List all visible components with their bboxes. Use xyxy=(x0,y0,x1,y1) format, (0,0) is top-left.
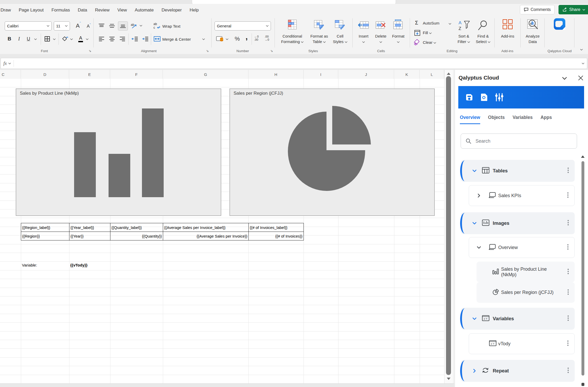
clear-button[interactable]: Clear xyxy=(423,40,436,45)
borders-button[interactable] xyxy=(43,35,51,43)
decrease-decimal-button[interactable]: .00 →0 xyxy=(265,35,269,41)
grid-scrollbar-thumb[interactable] xyxy=(446,76,451,375)
insert-cells-button[interactable]: Insert xyxy=(357,33,370,44)
italic-button[interactable]: I xyxy=(16,35,22,43)
chevron-right-icon[interactable] xyxy=(477,194,481,198)
orientation-button[interactable]: ab xyxy=(130,22,139,30)
font-name-select[interactable]: Calibri xyxy=(5,21,52,31)
align-bottom-button[interactable] xyxy=(118,21,128,31)
search-box[interactable] xyxy=(461,134,577,149)
ribbon-tab-review[interactable]: Review xyxy=(91,8,114,13)
accounting-format-button[interactable] xyxy=(216,35,224,43)
align-right-button[interactable] xyxy=(118,35,127,43)
shrink-font-button[interactable]: Aˇ xyxy=(84,22,93,31)
chevron-right-icon[interactable] xyxy=(472,369,477,373)
wrap-text-button[interactable]: Wrap Text xyxy=(162,24,180,29)
qalyptus-cloud-button[interactable] xyxy=(552,17,567,31)
column-header-E[interactable]: E xyxy=(69,70,110,79)
ribbon-tab-draw[interactable]: Draw xyxy=(0,8,15,13)
kebab-menu-icon[interactable] xyxy=(567,220,569,227)
fx-chevron-icon[interactable] xyxy=(8,63,11,64)
autosum-chevron[interactable] xyxy=(448,21,452,26)
scroll-down-arrow-icon[interactable] xyxy=(447,378,450,380)
task-pane-close-button[interactable] xyxy=(578,75,584,82)
chevron-down-icon[interactable] xyxy=(477,245,481,250)
table-cell[interactable]: {{Region_label}} xyxy=(21,223,69,232)
tree-section-variables[interactable]: x=Variables xyxy=(461,308,575,330)
pane-scroll-up-arrow-icon[interactable] xyxy=(581,155,585,158)
pane-tab-apps[interactable]: Apps xyxy=(541,115,552,124)
tree-item-sales-by-product-line-nkmp-[interactable]: Sales by Product Line (NkMp) xyxy=(477,262,575,282)
table-cell[interactable]: {{Year}} xyxy=(69,232,110,240)
table-cell[interactable]: {{# of Invoices_label}} xyxy=(248,223,304,232)
formula-bar[interactable]: fx xyxy=(1,58,587,69)
chevron-down-icon[interactable] xyxy=(472,221,477,226)
ribbon-tab-developer[interactable]: Developer xyxy=(158,8,186,13)
merge-center-chevron[interactable] xyxy=(201,37,206,42)
align-top-button[interactable] xyxy=(97,22,106,30)
pane-scrollbar-thumb[interactable] xyxy=(581,161,584,376)
tree-section-images[interactable]: Images xyxy=(461,212,575,234)
ribbon-tab-automate[interactable]: Automate xyxy=(131,8,158,13)
kebab-menu-icon[interactable] xyxy=(567,340,569,347)
add-ins-button[interactable]: Add-ins xyxy=(500,33,516,39)
percent-style-button[interactable]: % xyxy=(233,34,242,43)
grow-font-button[interactable]: Aˆ xyxy=(73,21,84,31)
column-header-C[interactable]: C xyxy=(0,70,21,79)
font-dialog-launcher[interactable]: ⇘ xyxy=(89,49,91,53)
column-header-J[interactable]: J xyxy=(338,70,394,79)
table-cell[interactable]: {{Year_label}} xyxy=(69,223,110,232)
align-middle-button[interactable] xyxy=(108,22,116,30)
table-cell[interactable]: {{Region}} xyxy=(21,232,69,240)
pane-tab-objects[interactable]: Objects xyxy=(488,115,505,124)
chart-object-bar[interactable]: Sales by Product Line (NkMp) xyxy=(16,89,221,216)
save-icon[interactable] xyxy=(465,93,473,101)
cell-styles-button[interactable]: CellStyles xyxy=(330,33,350,44)
column-headers[interactable]: CDEFGHIJKL xyxy=(0,70,444,79)
format-cells-button[interactable]: Format xyxy=(391,33,405,44)
pane-tab-overview[interactable]: Overview xyxy=(460,115,480,124)
orientation-chevron[interactable] xyxy=(139,23,143,28)
tree-item-sales-per-region-jcfjj-[interactable]: Sales per Region (jCFJJ) xyxy=(477,282,575,303)
column-header-I[interactable]: I xyxy=(304,70,338,79)
bold-button[interactable]: B xyxy=(6,35,13,43)
search-input[interactable] xyxy=(475,138,565,144)
column-header-D[interactable]: D xyxy=(21,70,69,79)
kebab-menu-icon[interactable] xyxy=(567,315,569,322)
decrease-indent-button[interactable] xyxy=(130,35,139,43)
ribbon-tab-data[interactable]: Data xyxy=(74,8,91,13)
variable-value-cell[interactable]: {{vTody}} xyxy=(69,261,110,269)
ribbon-tab-formulas[interactable]: Formulas xyxy=(47,8,74,13)
comma-style-button[interactable]: , xyxy=(243,32,250,41)
document-search-icon[interactable] xyxy=(480,93,488,101)
fill-color-chevron[interactable] xyxy=(69,37,74,42)
number-dialog-launcher[interactable]: ⇘ xyxy=(270,49,273,53)
analyze-data-button[interactable]: AnalyzeData xyxy=(524,33,541,44)
underline-button[interactable]: U xyxy=(25,35,32,43)
task-pane-collapse-chevron[interactable] xyxy=(563,76,566,80)
collapse-ribbon-chevron[interactable] xyxy=(578,47,585,52)
column-header-L[interactable]: L xyxy=(420,70,444,79)
ribbon-tab-view[interactable]: View xyxy=(114,8,131,13)
kebab-menu-icon[interactable] xyxy=(567,268,569,276)
borders-menu-chevron[interactable] xyxy=(52,37,56,42)
table-cell[interactable]: {{Average Sales per Invoice_label}} xyxy=(163,223,249,232)
kebab-menu-icon[interactable] xyxy=(567,244,569,251)
underline-menu-chevron[interactable] xyxy=(33,37,38,42)
align-center-button[interactable] xyxy=(108,35,116,43)
chevron-down-icon[interactable] xyxy=(472,316,477,321)
comments-button[interactable]: Comments xyxy=(520,5,555,14)
sort-filter-button[interactable]: Sort &Filter xyxy=(455,33,473,44)
share-button[interactable]: Share xyxy=(559,5,588,14)
column-header-K[interactable]: K xyxy=(394,70,420,79)
font-color-chevron[interactable] xyxy=(85,37,89,42)
align-left-button[interactable] xyxy=(97,35,106,43)
kebab-menu-icon[interactable] xyxy=(567,367,569,374)
font-color-button[interactable]: A xyxy=(77,34,84,43)
grid-vertical-scrollbar[interactable] xyxy=(444,70,453,383)
column-header-H[interactable]: H xyxy=(248,70,304,79)
table-cell[interactable]: {{Quantity_label}} xyxy=(110,223,163,232)
tree-section-repeat[interactable]: Repeat xyxy=(461,360,575,382)
accounting-chevron[interactable] xyxy=(225,37,229,42)
format-as-table-button[interactable]: Format asTable xyxy=(307,33,331,44)
